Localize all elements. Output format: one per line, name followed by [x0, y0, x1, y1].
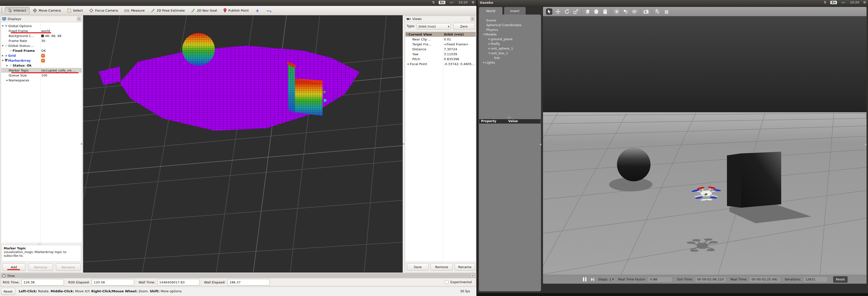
- keyboard-indicator[interactable]: En: [439, 1, 445, 4]
- spot-light-button[interactable]: [622, 8, 629, 15]
- views-close-button[interactable]: ×: [470, 17, 475, 21]
- ros-time-input[interactable]: 126.38: [22, 279, 64, 286]
- gazebo-reset-button[interactable]: Reset: [833, 276, 847, 283]
- network-icon[interactable]: ⇅: [432, 0, 435, 4]
- world-tree-ground-plane[interactable]: ▶ground_plane: [479, 37, 541, 41]
- clock-indicator[interactable]: 10:20: [850, 0, 859, 4]
- tab-insert[interactable]: Insert: [504, 7, 526, 15]
- gazebo-panel-splitter[interactable]: |||: [507, 116, 511, 119]
- grid-enabled-checkbox[interactable]: [41, 54, 45, 57]
- world-tree-unit-sphere[interactable]: ▶unit_sphere_1: [479, 46, 541, 51]
- world-tree-physics[interactable]: Physics: [479, 27, 541, 32]
- pose-estimate-tool-button[interactable]: 2D Pose Estimate: [148, 7, 188, 14]
- point-light-button[interactable]: [614, 8, 620, 15]
- insert-sphere-button[interactable]: [593, 8, 599, 15]
- step-button[interactable]: [591, 277, 594, 282]
- gear-menu-icon[interactable]: ⚙: [863, 0, 866, 4]
- view-row-distance[interactable]: Distance 7.30724: [405, 47, 476, 52]
- view-type-select[interactable]: Orbit (rviz) ▲▼: [417, 23, 451, 30]
- experimental-option[interactable]: Experimental: [445, 280, 472, 284]
- remove-tool-button[interactable]: −▾: [263, 8, 275, 13]
- scale-mode-button[interactable]: [572, 8, 579, 15]
- tree-row-grid[interactable]: ▶ ◈ Grid: [1, 53, 82, 58]
- rename-display-button[interactable]: Rename: [56, 263, 81, 271]
- displays-close-button[interactable]: ×: [77, 17, 81, 21]
- tree-row-fixed-frame-status[interactable]: ✓ Fixed Frame OK: [1, 48, 82, 53]
- rviz-3d-viewport[interactable]: [83, 15, 403, 272]
- insert-cylinder-button[interactable]: [602, 8, 608, 15]
- world-tree-scene[interactable]: Scene: [479, 18, 541, 23]
- rotate-mode-button[interactable]: [564, 8, 570, 15]
- clock-indicator[interactable]: 10:20: [458, 0, 468, 4]
- gear-menu-icon[interactable]: ⚙: [471, 0, 474, 4]
- property-column-header[interactable]: Property: [481, 119, 508, 124]
- save-view-button[interactable]: Save: [407, 263, 429, 271]
- tree-row-namespaces[interactable]: ▶ Namespaces: [1, 78, 82, 83]
- experimental-checkbox[interactable]: [445, 280, 448, 284]
- measure-tool-button[interactable]: Measure: [121, 7, 148, 14]
- world-tree-firefly[interactable]: ▶firefly: [479, 41, 541, 46]
- interact-tool-button[interactable]: Interact: [5, 7, 30, 14]
- tree-row-background-color[interactable]: Background C… 48; 48; 48: [1, 33, 82, 38]
- world-tree-models[interactable]: ▼Models: [479, 32, 541, 37]
- tab-world[interactable]: World: [479, 7, 502, 15]
- reset-button[interactable]: Reset: [1, 288, 15, 295]
- ros-elapsed-input[interactable]: 120.56: [92, 279, 134, 286]
- remove-view-button[interactable]: Remove: [431, 263, 453, 271]
- gazebo-titlebar[interactable]: Gazebo ⇅ En ◄× 10:20 ⚙: [477, 0, 868, 6]
- translate-mode-button[interactable]: [555, 8, 561, 15]
- keyboard-indicator[interactable]: En: [830, 1, 837, 4]
- view-row-yaw[interactable]: Yaw 3.11039: [405, 52, 476, 57]
- wall-time-input[interactable]: 1446456017.83: [157, 279, 200, 286]
- copy-button[interactable]: [654, 8, 661, 15]
- view-row-near-clip[interactable]: Near Clip … 0.01: [405, 37, 476, 42]
- view-row-focal-point[interactable]: ▶ Focal Point -0.33742; 0.4605…: [405, 61, 476, 66]
- insert-box-button[interactable]: [584, 8, 591, 15]
- nav-goal-tool-button[interactable]: 2D Nav Goal: [188, 7, 220, 14]
- zero-view-button[interactable]: Zero: [453, 23, 474, 30]
- value-column-header[interactable]: Value: [508, 119, 518, 124]
- view-row-target-frame[interactable]: Target Fra… <Fixed Frame>: [405, 42, 476, 47]
- move-camera-tool-button[interactable]: Move Camera: [30, 7, 64, 14]
- view-row-current[interactable]: ▼ Current View Orbit (rviz): [405, 32, 476, 37]
- views-panel-title[interactable]: Views ×: [405, 16, 476, 22]
- wall-elapsed-input[interactable]: 186.37: [227, 279, 270, 286]
- world-tree-link[interactable]: link: [479, 56, 541, 60]
- world-tree-unit-box[interactable]: ▼unit_box_1: [479, 51, 541, 56]
- markerarray-enabled-checkbox[interactable]: [41, 59, 45, 62]
- tree-row-queue-size[interactable]: Queue Size 100: [1, 73, 82, 78]
- tree-row-frame-rate[interactable]: Frame Rate 30: [1, 38, 82, 43]
- add-tool-button[interactable]: +: [252, 8, 263, 13]
- rename-view-button[interactable]: Rename: [455, 263, 475, 271]
- world-tree-lights[interactable]: ▶Lights: [479, 60, 541, 65]
- spinner-arrows-icon[interactable]: ▲▼: [448, 25, 449, 28]
- select-tool-button[interactable]: Select: [64, 7, 86, 14]
- tree-row-global-status[interactable]: ▼ ✓ Global Status:…: [1, 43, 82, 48]
- rviz-titlebar[interactable]: ⇅ En ◄× 10:20 ⚙: [0, 0, 476, 6]
- directional-light-button[interactable]: [631, 8, 638, 15]
- world-tree-spherical-coordinates[interactable]: Spherical Coordinates: [479, 23, 541, 27]
- remove-display-button[interactable]: Remove: [28, 263, 53, 271]
- steps-dropdown-arrow[interactable]: ▼: [612, 278, 614, 281]
- dock-arrow-right[interactable]: ▶: [865, 143, 867, 146]
- paste-button[interactable]: [663, 8, 670, 15]
- tree-row-global-options[interactable]: ▼ ⚙ Global Options: [1, 24, 82, 28]
- network-icon[interactable]: ⇅: [824, 0, 826, 4]
- gazebo-3d-viewport[interactable]: Steps: 1 ▼ Real Time Factor: 0.88 Sim Ti…: [543, 7, 867, 284]
- screenshot-button[interactable]: [643, 8, 649, 15]
- tree-row-markerarray[interactable]: ▼ MarkerArray: [1, 58, 82, 63]
- muted-speaker-icon[interactable]: ◄×: [841, 0, 846, 4]
- muted-speaker-icon[interactable]: ◄×: [449, 0, 455, 4]
- dock-arrow-left[interactable]: ◀: [539, 143, 541, 146]
- displays-panel-title[interactable]: Displays ×: [1, 16, 82, 22]
- publish-point-tool-button[interactable]: Publish Point: [220, 7, 252, 14]
- time-panel-close-button[interactable]: ×: [470, 273, 475, 278]
- tree-row-marker-topic[interactable]: Marker Topic /occupied_cells_vis …: [1, 68, 82, 73]
- dock-arrow-left[interactable]: ◀: [81, 143, 82, 145]
- focus-camera-tool-button[interactable]: Focus Camera: [86, 7, 121, 14]
- steps-label[interactable]: Steps: 1: [598, 277, 611, 281]
- pause-button[interactable]: [583, 277, 586, 282]
- toolbar-grip[interactable]: [1, 7, 3, 14]
- tree-row-marker-status[interactable]: ▶ ✓ Status: Ok: [1, 63, 82, 68]
- view-row-pitch[interactable]: Pitch 0.835398: [405, 57, 476, 61]
